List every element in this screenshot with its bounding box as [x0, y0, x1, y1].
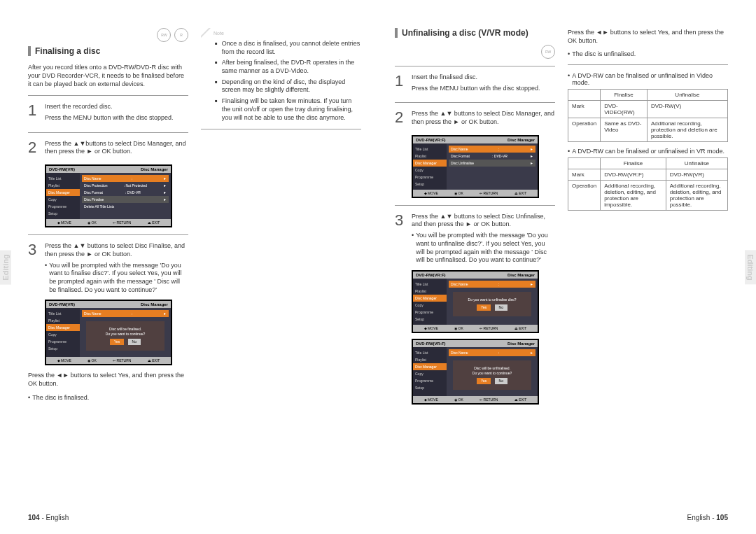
pagenum-lang: English [687, 514, 710, 521]
divider [395, 66, 555, 66]
osd-menu-item: Title List [413, 349, 447, 356]
th [568, 90, 601, 101]
osd-menu-item: Playlist [413, 356, 447, 363]
td: Additional recording, protection and del… [647, 118, 727, 142]
osd-yes-btn: Yes [477, 378, 491, 384]
note-list: Once a disc is finalised, you cannot del… [215, 40, 361, 122]
osd-menu-item: Playlist [413, 153, 447, 160]
osdr2-section: Disc Manager [507, 273, 535, 277]
osd-ft: RETURN [484, 326, 498, 330]
osd-row-k: Disc Name [451, 282, 468, 286]
after-osd2a: Press the ◄► buttons to select Yes, and … [28, 371, 188, 388]
osd-menu-item: Copy [413, 370, 447, 377]
osd-ft: RETURN [484, 398, 498, 402]
r-note1: A DVD-RW can be finalised or unfinalised… [572, 72, 728, 86]
osd-ft: OK [92, 358, 97, 363]
divider [568, 64, 728, 65]
osd-menu-item: Disc Manager [413, 295, 447, 302]
divider [28, 234, 188, 235]
osd-row-v: : [498, 282, 499, 286]
osd-row-k: Disc Format [84, 190, 103, 195]
osd-ft: RETURN [484, 191, 498, 195]
osd-menu-item: Playlist [46, 317, 80, 324]
disc-rw-icon: RW [157, 28, 171, 42]
pagenum-lang: English [46, 514, 69, 521]
side-tab-left: Editing [0, 250, 11, 284]
osd-row-k: Disc Finalise [84, 197, 104, 202]
step1-line1: Insert the recorded disc. [45, 103, 188, 111]
divider [201, 129, 361, 129]
note-label: Note [201, 28, 361, 38]
osd-menu-item: Disc Manager [46, 189, 80, 196]
r-step-3: 3 Press the ▲▼ buttons to select Disc Un… [395, 213, 555, 265]
left-col2: Note Once a disc is finalised, you canno… [201, 28, 361, 401]
step-1: 1 Insert the recorded disc. Press the ME… [28, 103, 188, 125]
osd-ft: EXIT [519, 191, 526, 195]
page-spread: Editing RW R Finalising a disc After you… [0, 0, 756, 534]
osdr3-title: DVD-RW(VR:F) [416, 342, 446, 346]
td: Operation [568, 181, 601, 211]
r-step-1: 1 Insert the finalised disc. Press the M… [395, 73, 555, 95]
r-top-line: Press the ◄► buttons to select Yes, and … [568, 28, 728, 45]
osd1-menu: Title List Playlist Disc Manager Copy Pr… [46, 173, 80, 219]
step-num-1: 1 [395, 73, 412, 95]
osd-row-k: Disc Name [451, 351, 468, 355]
osd2-section: Disc Manager [141, 302, 168, 307]
osd-menu-item: Copy [413, 302, 447, 309]
td: Mark [568, 169, 601, 181]
note-item: Finalising will be taken few minutes. If… [222, 97, 361, 122]
osd-menu-item: Disc Manager [413, 160, 447, 167]
step-2: 2 Press the ▲▼buttons to select Disc Man… [28, 140, 188, 159]
osd-unfinalise-prompt1: DVD-RW(VR:F) Disc Manager Title List Pla… [412, 270, 539, 333]
osd-row-v: : [132, 311, 132, 316]
osd-menu-item: Title List [46, 175, 80, 182]
right-col1: Unfinalising a disc (V/VR mode) RW 1 Ins… [395, 28, 555, 410]
note-label-text: Note [214, 31, 224, 36]
osd-no-btn: No [495, 304, 507, 311]
after-osd2b: The disc is finalised. [32, 394, 89, 401]
osd-dialog-text: Disc will be finalised. Do you want to c… [89, 327, 162, 337]
osd-ft: EXIT [152, 220, 160, 225]
r-step-2: 2 Press the ▲▼ buttons to select Disc Ma… [395, 110, 555, 129]
osd-ft: OK [92, 220, 97, 225]
disc-icon-row: RW R [28, 28, 188, 42]
osd-no-btn: No [495, 378, 507, 384]
r-step1-line2: Press the MENU button with the disc stop… [412, 85, 555, 93]
osd-menu-item: Setup [413, 316, 447, 323]
osd-row-v: : Not Protected [124, 183, 147, 188]
r-note2: A DVD-RW can be finalised or unfinalised… [572, 148, 724, 155]
osd-ft: MOVE [428, 398, 438, 402]
divider [28, 95, 188, 96]
step2-text: Press the ▲▼buttons to select Disc Manag… [45, 140, 188, 156]
osd-ft: MOVE [61, 358, 71, 363]
pagenum-num: 105 [716, 514, 728, 521]
osd-menu-item: Copy [46, 196, 80, 203]
step-num-2: 2 [28, 140, 45, 159]
osd-dialog-text: Do you want to unfinalise disc? [456, 297, 528, 302]
step-num-3: 3 [28, 242, 45, 294]
table-vr-mode: Finalise Unfinalise Mark DVD-RW(VR:F) DV… [568, 157, 728, 211]
step-num-2: 2 [395, 110, 412, 129]
osd-row-v: : [132, 176, 132, 181]
side-tab-right: Editing [745, 250, 756, 284]
th: Finalise [601, 158, 666, 169]
td: DVD-VIDEO(RW) [601, 101, 648, 118]
osd-row-v: : DVD-VR [125, 190, 141, 195]
section-title-finalising: Finalising a disc [28, 46, 188, 56]
osd-menu-item: Title List [413, 281, 447, 288]
note-item: Depending on the kind of disc, the displ… [222, 78, 361, 94]
section-title-unfinalising: Unfinalising a disc (V/VR mode) [395, 28, 555, 38]
r-top-bullet: The disc is unfinalised. [572, 50, 636, 57]
osd-menu-item: Setup [413, 181, 447, 188]
osd-menu-item: Title List [46, 310, 80, 317]
divider [28, 132, 188, 133]
td: Same as DVD-Video [601, 118, 648, 142]
table-video-mode: Finalise Unfinalise Mark DVD-VIDEO(RW) D… [568, 89, 728, 142]
osd-row-v: : DVD-VR [492, 154, 507, 158]
osd-menu-item: Setup [46, 345, 80, 352]
disc-icon-row: RW [395, 45, 555, 59]
osd-ft: RETURN [117, 358, 132, 363]
th: Unfinalise [666, 158, 727, 169]
osd-menu-item: Playlist [46, 182, 80, 189]
osd-ft: OK [458, 398, 463, 402]
